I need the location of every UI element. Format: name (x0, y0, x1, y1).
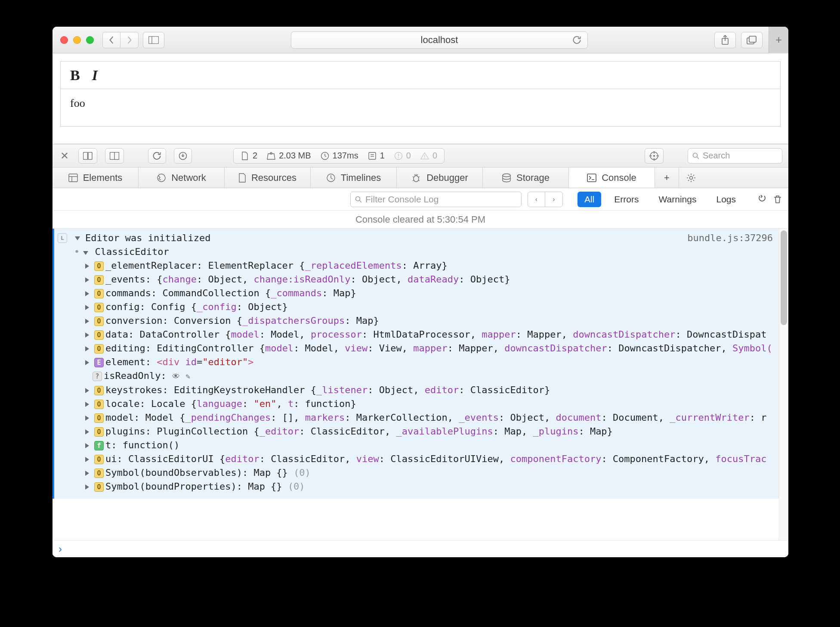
new-tab-devtools-button[interactable]: + (655, 168, 679, 188)
filter-next-button[interactable]: › (545, 192, 562, 207)
prop-row[interactable]: Omodel: Model {_pendingChanges: [], mark… (58, 411, 773, 425)
svg-point-37 (356, 196, 360, 201)
console-body: L Editor was initialized bundle.js:37296… (52, 229, 788, 540)
resource-count: 2 (253, 151, 257, 161)
svg-point-31 (158, 174, 165, 182)
clear-console-button[interactable] (773, 195, 782, 204)
clock-icon (321, 152, 329, 160)
share-button[interactable] (714, 32, 736, 48)
prop-row[interactable]: Oconversion: Conversion {_dispatchersGro… (58, 314, 773, 328)
eye-icon: 👁 (172, 372, 180, 381)
ckeditor: B I foo (60, 61, 781, 127)
address-bar[interactable]: localhost (291, 31, 588, 49)
devtools-panel: ✕ 2 2.03 MB 137ms 1 0 0 Search (52, 144, 788, 557)
transfer-size: 2.03 MB (279, 151, 311, 161)
prop-row[interactable]: Okeystrokes: EditingKeystrokeHandler {_l… (58, 383, 773, 397)
svg-line-38 (360, 200, 362, 202)
tab-network-label: Network (171, 172, 206, 183)
prop-row[interactable]: Odata: DataController {model: Model, pro… (58, 328, 773, 341)
tab-elements-label: Elements (83, 172, 123, 183)
prop-row[interactable]: Ocommands: CommandCollection {_commands:… (58, 286, 773, 300)
console-filter-input[interactable]: Filter Console Log (350, 192, 522, 207)
prop-row[interactable]: Oui: ClassicEditorUI {editor: ClassicEdi… (58, 452, 773, 466)
scrollbar-thumb[interactable] (781, 230, 787, 325)
address-text: localhost (421, 34, 458, 46)
prop-row[interactable]: O_elementReplacer: ElementReplacer {_rep… (58, 259, 773, 273)
level-logs-button[interactable]: Logs (709, 192, 743, 207)
safari-window: localhost + B I foo ✕ (52, 27, 788, 557)
editor-content[interactable]: foo (61, 89, 780, 126)
console-status: Console cleared at 5:30:54 PM (52, 211, 788, 229)
console-filter-row: Filter Console Log ‹ › All Errors Warnin… (52, 188, 788, 211)
close-devtools-button[interactable]: ✕ (59, 150, 71, 162)
svg-rect-6 (88, 152, 92, 159)
level-all-button[interactable]: All (578, 192, 601, 207)
tab-storage[interactable]: Storage (483, 168, 569, 188)
tab-elements[interactable]: Elements (52, 168, 139, 188)
resource-stats: 2 2.03 MB 137ms 1 0 0 (233, 148, 445, 164)
prop-row[interactable]: ft: function() (58, 438, 773, 452)
svg-point-10 (270, 152, 272, 154)
prop-row[interactable]: O_events: {change: Object, change:isRead… (58, 273, 773, 286)
zoom-window-button[interactable] (86, 36, 94, 44)
log-object-line[interactable]: • ClassicEditor (58, 245, 773, 259)
italic-button[interactable]: I (92, 67, 98, 84)
prop-row[interactable]: Olocale: Locale {language: "en", t: func… (58, 397, 773, 411)
tab-network[interactable]: Network (139, 168, 225, 188)
error-icon (394, 152, 403, 160)
log-source[interactable]: bundle.js:37296 (687, 231, 773, 245)
forward-button[interactable] (120, 32, 139, 48)
devtools-settings-button[interactable] (679, 168, 703, 188)
search-icon (692, 152, 699, 159)
download-button[interactable] (174, 148, 192, 164)
console-content[interactable]: L Editor was initialized bundle.js:37296… (52, 229, 779, 540)
prop-row[interactable]: Oediting: EditingController {model: Mode… (58, 341, 773, 355)
devtools-search[interactable]: Search (688, 148, 782, 164)
prop-row[interactable]: OSymbol(boundProperties): Map {} (0) (58, 480, 773, 494)
dock-left-button[interactable] (78, 148, 97, 164)
load-time: 137ms (333, 151, 358, 161)
reload-button[interactable] (148, 148, 166, 164)
tab-storage-label: Storage (516, 172, 550, 183)
tab-timelines[interactable]: Timelines (311, 168, 397, 188)
tab-debugger[interactable]: Debugger (397, 168, 483, 188)
level-errors-button[interactable]: Errors (607, 192, 645, 207)
reload-icon[interactable] (573, 36, 581, 44)
console-prompt[interactable]: › (52, 540, 788, 557)
svg-point-17 (398, 157, 399, 158)
new-tab-button[interactable]: + (769, 27, 788, 53)
dock-side-button[interactable] (105, 148, 124, 164)
show-sidebar-button[interactable] (143, 32, 164, 48)
warning-icon (420, 152, 429, 160)
devtools-toolbar: ✕ 2 2.03 MB 137ms 1 0 0 Search (52, 144, 788, 168)
level-warnings-button[interactable]: Warnings (652, 192, 704, 207)
prop-row[interactable]: Oplugins: PluginCollection {_editor: Cla… (58, 425, 773, 438)
page-content: B I foo (52, 53, 788, 127)
gc-button[interactable] (757, 195, 767, 204)
filter-prev-button[interactable]: ‹ (528, 192, 545, 207)
log-title: Editor was initialized (85, 231, 210, 245)
traffic-lights (58, 36, 98, 44)
tab-console-label: Console (602, 172, 636, 183)
tab-timelines-label: Timelines (341, 172, 381, 183)
back-button[interactable] (102, 32, 120, 48)
disclosure-icon[interactable] (75, 236, 80, 240)
prop-row[interactable]: Oconfig: Config {_config: Object} (58, 300, 773, 314)
tab-resources[interactable]: Resources (225, 168, 311, 188)
tab-console[interactable]: Console (569, 168, 655, 188)
warning-count: 0 (432, 151, 437, 161)
bold-button[interactable]: B (70, 67, 80, 84)
minimize-window-button[interactable] (73, 36, 81, 44)
close-window-button[interactable] (60, 36, 68, 44)
prop-row[interactable]: OSymbol(boundObservables): Map {} (0) (58, 466, 773, 480)
show-tabs-button[interactable] (741, 32, 763, 48)
scrollbar[interactable] (779, 229, 788, 540)
svg-rect-12 (369, 152, 376, 159)
prop-row[interactable]: ?isReadOnly: 👁 ✎ (58, 369, 773, 383)
prop-row[interactable]: Eelement: <div id="editor"> (58, 355, 773, 369)
titlebar: localhost + (52, 27, 788, 53)
element-picker-button[interactable] (645, 148, 664, 164)
filter-placeholder: Filter Console Log (365, 194, 439, 205)
svg-point-33 (414, 176, 419, 182)
svg-rect-5 (83, 152, 88, 159)
